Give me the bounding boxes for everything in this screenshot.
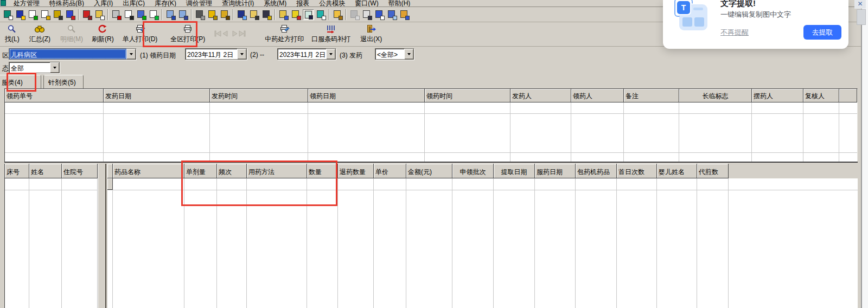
dropdown-arrow-icon[interactable]: [237, 49, 246, 59]
detail-button[interactable]: 明细(M): [58, 24, 86, 44]
record-nav-arrows[interactable]: [212, 23, 248, 44]
ward-select[interactable]: 儿科病区: [9, 48, 136, 60]
column-header-发药人[interactable]: 发药人: [510, 89, 571, 102]
page-scrollbar-track[interactable]: [863, 0, 868, 308]
dropdown-arrow-icon[interactable]: [126, 49, 136, 59]
row-indicator[interactable]: [107, 178, 113, 190]
column-header-申领批次[interactable]: 申领批次: [452, 164, 494, 178]
seal-red-icon[interactable]: [81, 9, 93, 20]
find-button[interactable]: 找(L): [2, 24, 22, 44]
notebook-icon[interactable]: [2, 9, 14, 20]
status-select[interactable]: 全部: [9, 62, 60, 73]
column-header-领药单号[interactable]: 领药单号: [5, 89, 104, 102]
drug-pane-body[interactable]: [107, 178, 858, 308]
dispense-select[interactable]: <全部>: [375, 48, 414, 60]
menu-item-2[interactable]: 入库(I): [89, 0, 118, 7]
column-header-药品名称[interactable]: 药品名称: [113, 164, 184, 178]
find-binoculars-icon[interactable]: [52, 9, 63, 20]
column-header-领药日期[interactable]: 领药日期: [308, 89, 425, 102]
column-header-服药日期[interactable]: 服药日期: [535, 164, 576, 178]
column-header-blank[interactable]: [107, 164, 113, 178]
column-header-婴儿姓名[interactable]: 婴儿姓名: [657, 164, 697, 178]
verify-page-icon[interactable]: [123, 9, 135, 20]
menu-item-5[interactable]: 调价管理: [181, 0, 217, 7]
dot-matrix-icon[interactable]: [194, 9, 206, 20]
tab-oral-class[interactable]: 服类(4): [0, 75, 41, 88]
column-header-长临标志[interactable]: 长临标志: [679, 89, 752, 102]
column-header-单剂量[interactable]: 单剂量: [184, 164, 217, 178]
audit-badge-icon[interactable]: [65, 9, 76, 20]
medicine-bottle-icon[interactable]: [15, 9, 26, 20]
thermometer-icon[interactable]: [290, 9, 302, 20]
search-doc-icon[interactable]: [248, 9, 260, 20]
edit-doc-icon[interactable]: [40, 9, 51, 20]
tcm-prescription-print-button[interactable]: 中药处方打印: [262, 24, 307, 44]
column-header-备注[interactable]: 备注: [624, 89, 679, 102]
clipboard-icon[interactable]: [111, 9, 122, 20]
date-to-select[interactable]: 2023年11月 2日: [277, 48, 336, 60]
approve-page-icon[interactable]: [27, 9, 39, 20]
column-header-退药数量[interactable]: 退药数量: [338, 164, 374, 178]
dismiss-link[interactable]: 不再提醒: [720, 28, 749, 37]
open-folder-icon[interactable]: [332, 9, 343, 20]
sphere-icon[interactable]: [349, 9, 360, 20]
exit-button[interactable]: 退出(X): [358, 24, 385, 44]
edit-table-icon[interactable]: [165, 9, 176, 20]
column-header-金额(元)[interactable]: 金额(元): [406, 164, 452, 178]
search-table-icon[interactable]: [261, 9, 272, 20]
single-print-button[interactable]: 单人打印(D): [120, 24, 161, 44]
exit-door-icon[interactable]: [399, 9, 410, 20]
menu-item-6[interactable]: 查询统计(I): [217, 0, 259, 7]
column-header-摆药人[interactable]: 摆药人: [752, 89, 803, 102]
column-header-首日次数[interactable]: 首日次数: [617, 164, 657, 178]
zoom-pressed-icon[interactable]: [303, 9, 314, 20]
menu-item-1[interactable]: 特殊药品(B): [44, 0, 89, 7]
menu-item-10[interactable]: 窗口(W): [350, 0, 383, 7]
column-header-单价[interactable]: 单价: [374, 164, 406, 178]
menu-item-9[interactable]: 公共模块: [314, 0, 350, 7]
column-header-数量[interactable]: 数量: [307, 164, 338, 178]
list-blue-icon[interactable]: [374, 9, 385, 20]
column-header-住院号[interactable]: 住院号: [62, 164, 98, 178]
column-header-代煎数[interactable]: 代煎数: [697, 164, 729, 178]
ledger-book-icon[interactable]: [219, 9, 231, 20]
dropdown-arrow-icon[interactable]: [326, 49, 335, 59]
column-header-用药方法[interactable]: 用药方法: [247, 164, 307, 178]
column-header-姓名[interactable]: 姓名: [29, 164, 62, 178]
menu-item-3[interactable]: 出库(C): [118, 0, 150, 7]
refresh-button[interactable]: 刷新(R): [89, 24, 117, 44]
patient-pane-body[interactable]: [5, 178, 98, 308]
extract-button[interactable]: 去提取: [803, 25, 841, 40]
all-area-print-button[interactable]: 全区打印(P): [168, 24, 208, 44]
column-header-领药时间[interactable]: 领药时间: [425, 89, 510, 102]
pane-splitter[interactable]: [98, 164, 106, 308]
menu-item-4[interactable]: 库存(K): [150, 0, 181, 7]
column-header-包药机药品[interactable]: 包药机药品: [576, 164, 617, 178]
dropdown-arrow-icon[interactable]: [404, 49, 413, 59]
folder-tools-icon[interactable]: [278, 9, 289, 20]
menu-item-8[interactable]: 报表: [291, 0, 314, 7]
column-header-提取日期[interactable]: 提取日期: [494, 164, 535, 178]
page-scrollbar-thumb[interactable]: [857, 9, 866, 25]
cascade-windows-icon[interactable]: [386, 9, 398, 20]
column-header-频次[interactable]: 频次: [217, 164, 247, 178]
sheet-check-icon[interactable]: [148, 9, 159, 20]
menu-item-0[interactable]: 处方管理: [9, 0, 44, 7]
column-header-床号[interactable]: 床号: [5, 164, 29, 178]
close-teal-icon[interactable]: [315, 9, 327, 20]
close-icon[interactable]: ✕: [854, 0, 866, 9]
oral-barcode-reprint-button[interactable]: 口服条码补打: [309, 24, 353, 44]
alarm-bell-icon[interactable]: [207, 9, 218, 20]
summary-button[interactable]: 汇总(Z): [27, 24, 53, 44]
column-header-领药人[interactable]: 领药人: [571, 89, 624, 102]
column-header-复核人[interactable]: 复核人: [803, 89, 839, 102]
tab-injection-class[interactable]: 针剂类(5): [43, 75, 84, 88]
dropdown-arrow-icon[interactable]: [50, 62, 59, 73]
menu-item-7[interactable]: 系统(M): [259, 0, 291, 7]
magnifier-icon[interactable]: [361, 9, 373, 20]
dispense-orders-body[interactable]: [5, 102, 857, 162]
view-table-icon[interactable]: [177, 9, 189, 20]
new-folder-icon[interactable]: [94, 9, 105, 20]
ink-bottle-icon[interactable]: [236, 9, 247, 20]
column-header-发药时间[interactable]: 发药时间: [210, 89, 308, 102]
